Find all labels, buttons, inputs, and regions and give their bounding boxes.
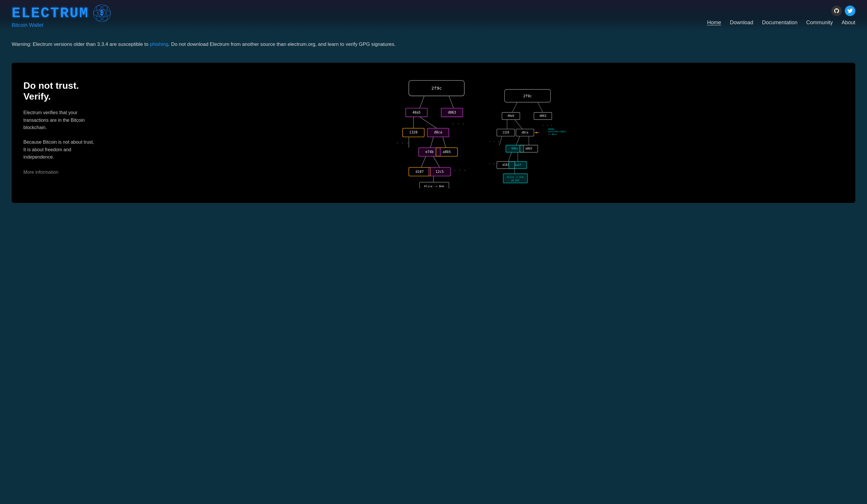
svg-text:· · ·: · · · — [453, 168, 466, 173]
svg-line-61 — [516, 136, 520, 145]
blockchain-visualization: 2f9c 48a5 d063 · · · 1328 — [111, 63, 855, 203]
svg-line-29 — [433, 156, 439, 167]
svg-text:4a2f: 4a2f — [514, 163, 521, 166]
svg-line-41 — [512, 102, 517, 112]
feature-description1: Electrum verifies that your transactions… — [23, 109, 99, 131]
svg-text:d8ca: d8ca — [521, 131, 528, 134]
svg-text:· · ·: · · · — [489, 139, 500, 143]
svg-line-59 — [500, 136, 502, 145]
svg-text:d063: d063 — [448, 110, 456, 114]
feature-title: Do not trust. Verify. — [23, 80, 99, 102]
svg-text:d187: d187 — [502, 163, 509, 166]
header: ELECTRUM ₿ Bitcoin Wallet — [0, 0, 867, 32]
svg-text:· · ·: · · · — [396, 141, 409, 145]
warning-banner: Warning: Electrum versions older than 3.… — [0, 32, 867, 57]
svg-text:48a5: 48a5 — [507, 114, 514, 117]
svg-text:d187: d187 — [415, 169, 424, 174]
twitter-icon[interactable] — [845, 6, 855, 16]
github-icon[interactable] — [831, 6, 842, 16]
svg-text:· · ·: · · · — [542, 123, 553, 127]
nav-about[interactable]: About — [842, 20, 855, 26]
nav-documentation[interactable]: Documentation — [762, 20, 798, 26]
logo-text: ELECTRUM — [12, 5, 89, 22]
main-content: Do not trust. Verify. Electrum verifies … — [0, 57, 867, 215]
svg-text:2f9c: 2f9c — [523, 94, 532, 98]
logo-subtitle: Bitcoin Wallet — [12, 22, 43, 28]
feature-text: Do not trust. Verify. Electrum verifies … — [12, 63, 111, 203]
warning-text-after: . Do not download Electrum from another … — [168, 42, 396, 47]
svg-text:Alice -> Bob: Alice -> Bob — [424, 185, 444, 188]
svg-text:94bc: 94bc — [511, 147, 518, 150]
svg-text:2f9c: 2f9c — [431, 86, 442, 90]
svg-text:hash(94bc+a8b5): hash(94bc+a8b5) — [548, 131, 566, 133]
svg-line-23 — [443, 137, 446, 148]
svg-line-22 — [430, 137, 434, 148]
svg-line-14 — [419, 117, 436, 128]
svg-text:d063: d063 — [539, 114, 546, 117]
svg-text:Alice -> Eve: Alice -> Eve — [507, 176, 523, 179]
logo: ELECTRUM ₿ — [12, 3, 112, 23]
svg-line-28 — [421, 156, 426, 167]
warning-text-before: Warning: Electrum versions older than 3.… — [12, 42, 150, 47]
feature-card: Do not trust. Verify. Electrum verifies … — [12, 63, 855, 203]
svg-line-7 — [419, 96, 424, 108]
main-nav: Home Download Documentation Community Ab… — [707, 20, 855, 26]
valid-tree-svg: 2f9c 48a5 d063 · · · 1328 — [396, 77, 478, 188]
bitcoin-logo-icon: ₿ — [92, 3, 112, 23]
social-icons — [831, 6, 855, 16]
svg-line-42 — [538, 102, 543, 112]
svg-text:· · ·: · · · — [489, 162, 499, 166]
feature-description2: Because Bitcoin is not about trust,It is… — [23, 139, 99, 161]
svg-line-8 — [449, 96, 453, 108]
svg-line-67 — [508, 152, 511, 162]
svg-text:a8b5: a8b5 — [442, 150, 451, 154]
phishing-link[interactable]: phishing — [150, 42, 168, 47]
svg-text:48a5: 48a5 — [412, 110, 420, 114]
nav-download[interactable]: Download — [730, 20, 753, 26]
svg-text:d8ca: d8ca — [434, 131, 442, 135]
header-right: Home Download Documentation Community Ab… — [707, 6, 855, 26]
nav-community[interactable]: Community — [806, 20, 833, 26]
nav-home[interactable]: Home — [707, 20, 721, 26]
svg-text:12c5: 12c5 — [436, 169, 443, 174]
invalid-tree-svg: 2f9c 48a5 d063 · · · 1328 — [489, 77, 571, 188]
svg-text:₿: ₿ — [100, 9, 104, 16]
svg-text:· · ·: · · · — [451, 121, 464, 126]
svg-text:1328: 1328 — [502, 131, 509, 134]
svg-line-48 — [515, 120, 522, 129]
logo-area: ELECTRUM ₿ Bitcoin Wallet — [12, 3, 112, 28]
more-info-link[interactable]: More information — [23, 169, 99, 175]
svg-text:ERROR:: ERROR: — [548, 128, 555, 131]
svg-text:e74b: e74b — [425, 150, 434, 154]
svg-text:a8b5: a8b5 — [525, 147, 532, 150]
svg-text:1328: 1328 — [409, 131, 417, 135]
svg-text:20 BTC: 20 BTC — [511, 179, 520, 182]
svg-text:!= d8ca: != d8ca — [548, 133, 557, 135]
